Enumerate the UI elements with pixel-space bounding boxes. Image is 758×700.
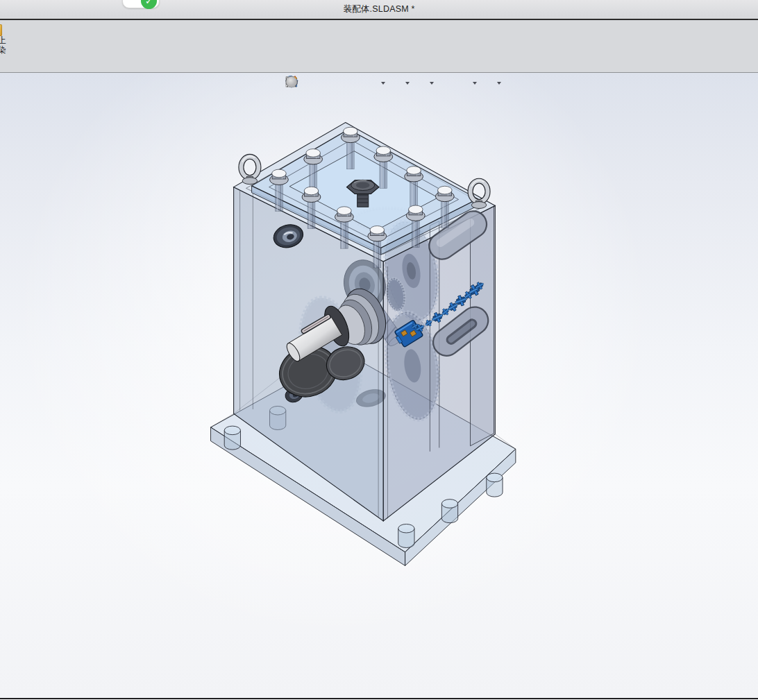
hide-show-items-dropdown[interactable] bbox=[430, 82, 434, 85]
display-style-icon[interactable] bbox=[389, 75, 405, 92]
view-orientation-icon[interactable] bbox=[364, 75, 380, 92]
hide-show-items-icon[interactable] bbox=[413, 75, 429, 92]
command-toolbar: ↻ 向上 渲染 bbox=[0, 20, 758, 73]
view-settings-dropdown[interactable] bbox=[497, 82, 501, 85]
edit-appearance-icon[interactable] bbox=[440, 75, 456, 92]
view-orientation-dropdown[interactable] bbox=[381, 82, 385, 85]
apply-scene-icon[interactable] bbox=[456, 75, 472, 92]
titlebar: 装配体.SLDASM * bbox=[0, 0, 758, 20]
mounting-hole bbox=[441, 500, 457, 523]
mounting-hole bbox=[224, 426, 240, 450]
render-icon: ↻ bbox=[0, 24, 2, 36]
mounting-hole bbox=[487, 473, 503, 497]
view-settings-icon[interactable] bbox=[480, 75, 496, 92]
display-style-dropdown[interactable] bbox=[405, 82, 410, 85]
apply-scene-dropdown[interactable] bbox=[473, 82, 477, 85]
rotate-view-disabled-icon bbox=[507, 75, 523, 92]
eye-bolt-left[interactable] bbox=[241, 156, 258, 184]
zoom-to-area-icon[interactable] bbox=[317, 75, 332, 92]
section-view-icon[interactable] bbox=[348, 75, 364, 92]
previous-view-icon[interactable] bbox=[332, 75, 348, 92]
eye-bolt-right[interactable] bbox=[471, 180, 488, 208]
mounting-hole bbox=[398, 524, 414, 547]
heads-up-toolbar bbox=[285, 75, 523, 92]
graphics-viewport[interactable] bbox=[0, 73, 758, 699]
document-title: 装配体.SLDASM * bbox=[0, 3, 758, 15]
solidworks-window: 装配体.SLDASM * ✓ ↻ 向上 渲染 bbox=[0, 0, 758, 700]
model-canvas[interactable] bbox=[0, 73, 758, 698]
render-button[interactable]: ↻ 向上 渲染 bbox=[0, 24, 23, 55]
zoom-to-fit-icon[interactable] bbox=[301, 75, 317, 92]
